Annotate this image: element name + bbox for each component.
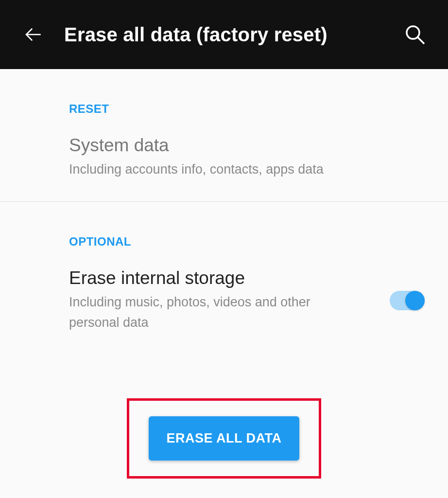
row-subtitle-system-data: Including accounts info, contacts, apps …	[69, 160, 341, 180]
row-system-data[interactable]: System data Including accounts info, con…	[0, 116, 448, 202]
svg-line-2	[418, 37, 424, 44]
erase-all-data-button[interactable]: ERASE ALL DATA	[149, 416, 299, 461]
row-subtitle-erase-internal: Including music, photos, videos and othe…	[69, 292, 341, 333]
row-text: System data Including accounts info, con…	[69, 135, 429, 180]
page-title: Erase all data (factory reset)	[64, 24, 382, 46]
back-button[interactable]	[21, 23, 45, 46]
svg-point-1	[407, 26, 419, 39]
cta-highlight-frame: ERASE ALL DATA	[127, 398, 321, 479]
search-button[interactable]	[401, 21, 429, 48]
row-title-erase-internal: Erase internal storage	[69, 268, 378, 288]
section-label-optional: OPTIONAL	[0, 202, 448, 249]
section-label-reset: RESET	[0, 69, 448, 116]
search-icon	[403, 23, 427, 46]
app-header: Erase all data (factory reset)	[0, 0, 448, 69]
row-erase-internal-storage[interactable]: Erase internal storage Including music, …	[0, 249, 448, 355]
toggle-knob	[405, 291, 425, 310]
content-area: RESET System data Including accounts inf…	[0, 69, 448, 479]
row-text: Erase internal storage Including music, …	[69, 268, 378, 333]
toggle-erase-internal-storage[interactable]	[390, 291, 424, 310]
row-title-system-data: System data	[69, 135, 429, 156]
back-arrow-icon	[23, 24, 43, 45]
